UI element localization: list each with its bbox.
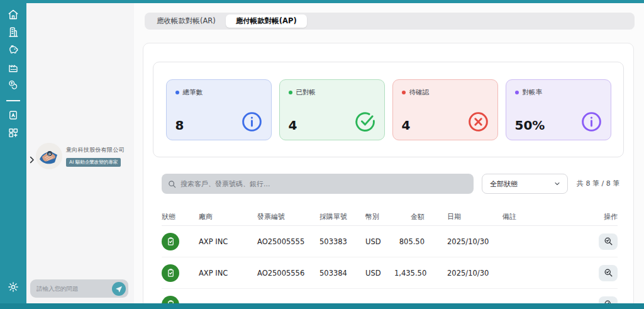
- matched-status-badge: [162, 233, 179, 250]
- header-note: 備註: [502, 212, 581, 222]
- cell-po: 503384: [319, 269, 365, 278]
- stat-label: 對帳率: [523, 88, 543, 97]
- main-content: 應收帳款對帳(AR) 應付帳款對帳(AP) 總筆數 8 已對帳 4 待確認: [134, 3, 644, 303]
- factory-icon[interactable]: [8, 62, 19, 73]
- stat-value: 4: [402, 118, 411, 133]
- stat-card-pending[interactable]: 待確認 4: [392, 79, 498, 140]
- search-input[interactable]: [180, 180, 467, 188]
- company-name: 意向科技股份有限公司: [66, 146, 125, 154]
- tab-ar[interactable]: 應收帳款對帳(AR): [147, 14, 226, 28]
- grid-add-icon[interactable]: [8, 127, 19, 138]
- review-button[interactable]: [599, 265, 618, 281]
- header-action: 操作: [581, 212, 618, 222]
- cell-invoice: AO25005556: [257, 269, 319, 278]
- send-button[interactable]: [112, 282, 126, 296]
- chat-input-box[interactable]: [30, 279, 128, 298]
- company-branding: AI 意向科技股份有限公司 AI 驅動企業改變的專家: [36, 143, 125, 169]
- piggy-bank-icon[interactable]: [8, 44, 19, 55]
- chevron-down-icon: [553, 180, 561, 188]
- blue-dot-icon: [175, 91, 179, 94]
- assistant-panel: AI 意向科技股份有限公司 AI 驅動企業改變的專家: [26, 3, 134, 303]
- ap-reconciliation-card: 總筆數 8 已對帳 4 待確認 4 對帳率: [143, 43, 634, 303]
- header-date: 日期: [447, 212, 502, 222]
- stat-card-matched[interactable]: 已對帳 4: [279, 79, 385, 140]
- magnifier-check-icon: [604, 237, 613, 246]
- stat-card-rate[interactable]: 對帳率 50%: [506, 79, 611, 140]
- x-circle-icon: [467, 111, 489, 133]
- header-invoice: 發票編號: [257, 212, 319, 222]
- header-currency: 幣別: [365, 212, 394, 222]
- clipboard-check-icon: [166, 268, 175, 278]
- magnifier-check-icon: [604, 268, 613, 278]
- company-logo: AI: [36, 143, 62, 169]
- sidebar-divider: [6, 100, 20, 101]
- review-button[interactable]: [599, 296, 618, 304]
- header-po: 採購單號: [319, 212, 365, 222]
- gear-icon[interactable]: [8, 281, 19, 293]
- result-count: 共 8 筆 / 8 筆: [577, 174, 619, 194]
- info-circle-icon: [580, 111, 602, 133]
- stat-value: 50%: [515, 118, 545, 133]
- coins-icon[interactable]: [8, 79, 19, 91]
- header-amount: 金額: [394, 212, 425, 222]
- building-icon[interactable]: [8, 26, 19, 38]
- matched-status-badge: [162, 264, 179, 282]
- status-filter-value: 全部狀態: [490, 179, 518, 189]
- review-button[interactable]: [599, 233, 618, 250]
- table-row[interactable]: [162, 289, 618, 303]
- home-icon[interactable]: [8, 9, 19, 20]
- stat-value: 4: [289, 118, 297, 133]
- cell-date: 2025/10/30: [447, 269, 502, 278]
- search-icon: [168, 180, 176, 188]
- stats-summary-card: 總筆數 8 已對帳 4 待確認 4 對帳率: [153, 62, 624, 157]
- purple-dot-icon: [515, 91, 519, 94]
- cell-amount: 805.50: [394, 237, 425, 246]
- cell-vendor: AXP INC: [199, 237, 257, 246]
- app-sidebar: [0, 0, 26, 309]
- cell-invoice: AO25005555: [257, 237, 319, 246]
- chevron-right-icon: [27, 154, 36, 166]
- table-row[interactable]: AXP INC AO25005555 503383 USD 805.50 202…: [162, 226, 618, 257]
- cell-amount: 1,435.50: [394, 269, 425, 278]
- tab-ap[interactable]: 應付帳款對帳(AP): [226, 14, 307, 28]
- document-a-icon[interactable]: [8, 110, 19, 121]
- header-status: 狀態: [162, 212, 199, 222]
- matched-status-badge: [162, 296, 179, 304]
- search-bar[interactable]: [162, 174, 474, 194]
- cell-po: 503383: [319, 237, 365, 246]
- chat-question-input[interactable]: [36, 285, 112, 292]
- red-dot-icon: [402, 91, 406, 94]
- stat-card-total[interactable]: 總筆數 8: [166, 79, 272, 140]
- cell-currency: USD: [365, 269, 394, 278]
- table-row[interactable]: AXP INC AO25005556 503384 USD 1,435.50 2…: [162, 257, 618, 289]
- info-circle-icon: [241, 111, 263, 133]
- company-tagline-badge: AI 驅動企業改變的專家: [66, 158, 121, 167]
- check-circle-icon: [354, 111, 376, 133]
- green-dot-icon: [289, 91, 292, 94]
- stat-value: 8: [175, 118, 184, 133]
- table-header-row: 狀態 廠商 發票編號 採購單號 幣別 金額 日期 備註 操作: [162, 208, 618, 226]
- stat-label: 待確認: [409, 88, 430, 97]
- paper-plane-icon: [115, 285, 123, 293]
- cell-currency: USD: [365, 237, 394, 246]
- status-filter-dropdown[interactable]: 全部狀態: [482, 174, 568, 194]
- clipboard-check-icon: [166, 237, 175, 246]
- stat-label: 總筆數: [183, 88, 203, 97]
- reconciliation-tabbar: 應收帳款對帳(AR) 應付帳款對帳(AP): [145, 13, 635, 30]
- stat-label: 已對帳: [296, 88, 316, 97]
- bottom-window-edge: [0, 303, 644, 309]
- cell-vendor: AXP INC: [199, 269, 257, 278]
- cell-date: 2025/10/30: [447, 237, 502, 246]
- header-vendor: 廠商: [199, 212, 257, 222]
- ap-table: 狀態 廠商 發票編號 採購單號 幣別 金額 日期 備註 操作 AXP INC A…: [162, 208, 618, 303]
